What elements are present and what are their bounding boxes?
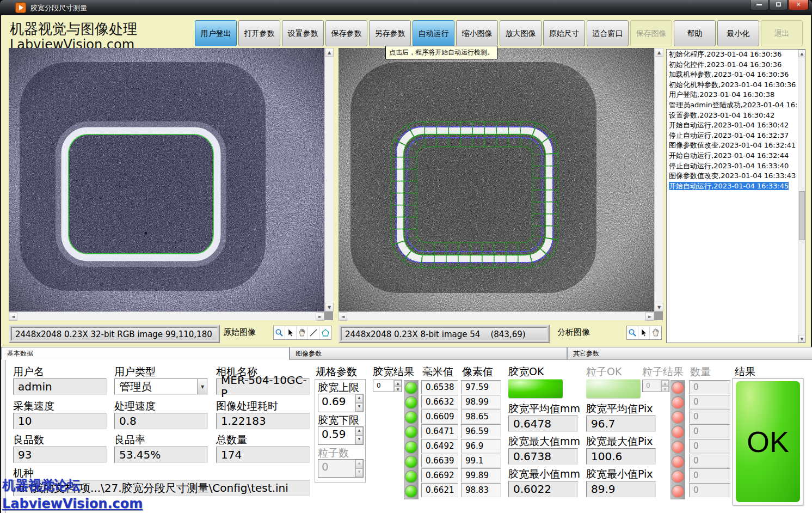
original-horizontal-scrollbar[interactable]: ◄ ►: [9, 312, 324, 320]
mm-value: 0.6639: [421, 454, 458, 468]
log-entry[interactable]: 管理员admin登陆成功,2023-01-04 16:30:40: [667, 100, 805, 111]
log-entry[interactable]: 停止自动运行,2023-01-04 16:32:37: [667, 131, 805, 141]
final-result-value: OK: [736, 381, 800, 502]
glue-upper-spinner[interactable]: 0.69 ▲▼: [318, 394, 364, 412]
spin-up-icon[interactable]: ▲: [355, 427, 363, 436]
glue-upper-label: 胶宽上限: [318, 381, 359, 395]
quantity-value: 0: [689, 380, 730, 394]
toolbar-button-user-logout[interactable]: 用户登出: [195, 20, 237, 46]
original-status-text: 2448x2048 0.23X 32-bit RGB image 99,110,…: [11, 327, 218, 341]
hand-icon[interactable]: [650, 326, 661, 339]
particle-ok-label: 粒子OK: [586, 365, 622, 379]
capture-speed-label: 采集速度: [13, 399, 54, 413]
green-led-icon: [405, 486, 417, 497]
magnifier-icon[interactable]: [274, 326, 285, 339]
spin-down-icon[interactable]: ▼: [355, 403, 363, 412]
tab-basic-data[interactable]: 基本数据: [1, 347, 290, 360]
log-entry[interactable]: 加载机种参数,2023-01-04 16:30:36: [667, 70, 805, 80]
original-vertical-scrollbar[interactable]: ▲ ▼: [324, 48, 333, 312]
spin-up-icon[interactable]: ▲: [394, 380, 402, 386]
quantity-value: 0: [689, 439, 730, 453]
cursor-icon[interactable]: [285, 326, 297, 339]
log-entry[interactable]: 开始自动运行,2023-01-04 16:32:44: [667, 151, 805, 161]
toolbar-button-save-params[interactable]: 保存参数: [325, 20, 367, 46]
toolbar-button-saveas-params[interactable]: 另存参数: [369, 20, 411, 46]
log-entry[interactable]: 图像参数值改变,2023-01-04 16:33:43: [667, 171, 805, 181]
window-close-button[interactable]: ✕: [788, 0, 809, 10]
log-scroll-thumb[interactable]: [799, 191, 805, 240]
chevron-down-icon[interactable]: ▼: [197, 379, 207, 394]
toolbar-button-zoom-out[interactable]: 缩小图像: [456, 20, 498, 46]
log-entry[interactable]: 设置参数,2023-01-04 16:30:42: [667, 111, 805, 121]
scroll-right-icon[interactable]: ►: [645, 312, 654, 321]
px-value: 98.83: [461, 483, 501, 497]
scroll-up-icon[interactable]: ▲: [325, 48, 334, 57]
usertype-dropdown[interactable]: 管理员 ▼: [114, 378, 208, 395]
tab-other-params[interactable]: 其它参数: [567, 347, 812, 360]
toolbar-button-zoom-in[interactable]: 放大图像: [500, 20, 542, 46]
scroll-down-icon[interactable]: ▼: [325, 303, 334, 312]
spin-down-icon[interactable]: ▼: [355, 436, 363, 444]
px-value: 99.89: [461, 468, 501, 483]
analysis-status-box: 2448x2048 0.23X 8-bit image 54 (843,69): [339, 325, 550, 343]
scroll-right-icon[interactable]: ►: [316, 312, 324, 321]
toolbar-button-auto-run[interactable]: 自动运行: [413, 20, 454, 46]
auto-run-tooltip: 点击后，程序将开始自动运行检测。: [385, 46, 497, 59]
process-speed-label: 处理速度: [114, 399, 156, 413]
total-count-label: 总数量: [216, 433, 247, 447]
max-mm-field: 0.6738: [508, 448, 578, 465]
particle-led-strip: [670, 380, 685, 499]
spin-down-icon[interactable]: ▼: [394, 386, 402, 392]
tab-image-params[interactable]: 图像参数: [290, 347, 567, 360]
original-image-label: 原始图像: [223, 327, 256, 338]
analysis-horizontal-scrollbar[interactable]: ◄ ►: [339, 312, 654, 320]
window-maximize-button[interactable]: [769, 0, 788, 10]
spin-up-icon[interactable]: ▲: [355, 394, 363, 403]
log-entry[interactable]: 停止自动运行,2023-01-04 16:33:40: [667, 161, 805, 172]
scroll-left-icon[interactable]: ◄: [339, 312, 347, 321]
log-entry[interactable]: 图像参数值改变,2023-01-04 16:32:41: [667, 141, 805, 151]
avg-mm-field: 0.6478: [508, 416, 578, 432]
total-count-field: 174: [216, 447, 310, 463]
log-entry[interactable]: 初始化程序,2023-01-04 16:30:36: [667, 50, 805, 60]
green-led-icon: [405, 471, 417, 483]
data-panel: 基本数据 图像参数 其它参数 用户名 admin 采集速度 10 良品数 93 …: [1, 347, 812, 513]
log-entry[interactable]: 用户登陆,2023-01-04 16:30:38: [667, 90, 805, 100]
toolbar-button-help[interactable]: 帮助: [674, 20, 716, 46]
red-led-icon: [672, 397, 684, 408]
green-led-icon: [405, 442, 417, 453]
line-tool-icon[interactable]: [308, 326, 319, 339]
scroll-up-icon[interactable]: ▲: [798, 50, 805, 57]
glue-result-index-spinner[interactable]: 0 ▲▼: [373, 380, 402, 392]
toolbar-button-fit-window[interactable]: 适合窗口: [587, 20, 629, 46]
toolbar-button-minimize-app[interactable]: 最小化: [717, 20, 759, 46]
window-minimize-button[interactable]: [750, 0, 768, 10]
log-entry-selected[interactable]: 开始自动运行,2023-01-04 16:33:45: [667, 181, 805, 192]
log-entry[interactable]: 开始自动运行,2023-01-04 16:30:42: [667, 120, 805, 131]
scroll-up-icon[interactable]: ▲: [655, 48, 663, 57]
toolbar-button-original-size[interactable]: 原始尺寸: [543, 20, 585, 46]
event-log-list[interactable]: 初始化程序,2023-01-04 16:30:36 初始化控件,2023-01-…: [666, 49, 805, 343]
scroll-down-icon[interactable]: ▼: [798, 335, 805, 343]
analysis-status-text: 2448x2048 0.23X 8-bit image 54 (843,69): [341, 327, 548, 341]
cursor-icon[interactable]: [638, 326, 650, 339]
log-entry[interactable]: 初始化机种参数,2023-01-04 16:30:36: [667, 80, 805, 90]
original-image-canvas[interactable]: [9, 48, 324, 312]
camera-name-field: MER-504-10GC-P: [216, 378, 310, 395]
toolbar-button-set-params[interactable]: 设置参数: [282, 20, 324, 46]
original-image-viewer: ▲ ▼ ◄ ►: [9, 48, 333, 320]
forum-watermark: 机器视觉论坛 LabviewVision.com: [2, 477, 143, 511]
glue-lower-spinner[interactable]: 0.59 ▲▼: [318, 426, 364, 445]
polygon-tool-icon[interactable]: [319, 326, 331, 339]
log-entry[interactable]: 初始化控件,2023-01-04 16:30:36: [667, 60, 805, 70]
log-scrollbar[interactable]: ▲ ▼: [798, 50, 805, 343]
hand-icon[interactable]: [297, 326, 308, 339]
scroll-down-icon[interactable]: ▼: [655, 303, 663, 312]
analysis-vertical-scrollbar[interactable]: ▲ ▼: [654, 48, 663, 312]
toolbar-button-open-params[interactable]: 打开参数: [238, 20, 280, 46]
scroll-left-icon[interactable]: ◄: [9, 312, 17, 321]
magnifier-icon[interactable]: [627, 326, 638, 339]
px-value: 97.59: [461, 380, 501, 394]
analysis-image-canvas[interactable]: [339, 48, 654, 312]
green-led-icon: [405, 397, 417, 408]
